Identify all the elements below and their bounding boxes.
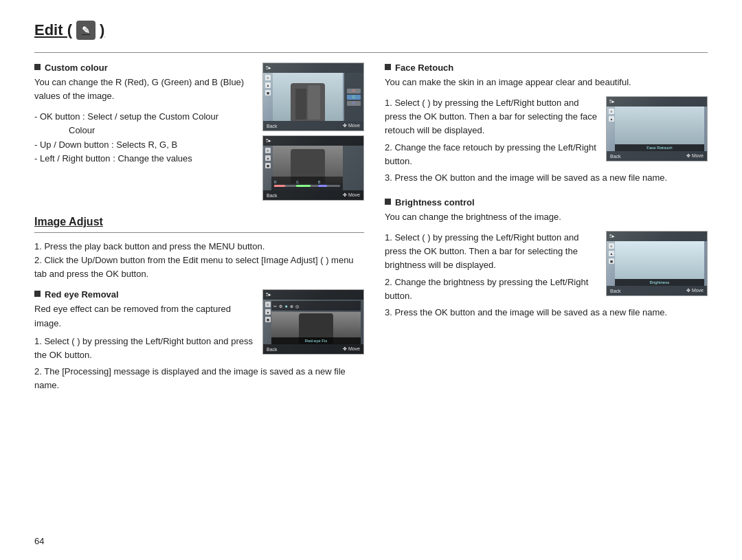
image-adjust-steps: 1. Press the play back button and press … [34,240,364,281]
cam-menu-b: B [347,101,361,106]
move-label-1: Move [348,123,360,128]
cam-top-bar-3: 5▸ [263,290,363,300]
cam-bottom-bar-5: Back ✤ Move [607,286,707,295]
brightness-image: 5▸ ≡ ▲ ◼ Brightness [606,231,708,296]
cam-icon-13: ▲ [609,251,614,256]
cam-icon-10: ≡ [609,109,614,114]
brightness-step-3: 3. Press the OK button and the image wil… [385,306,708,320]
image-adjust-heading: Image Adjust [34,216,364,228]
cam-icon-3: ◼ [265,90,271,96]
cam-side-icons-3: ≡ ▲ ◼ [265,300,271,344]
cam-side-icons: ≡ ▲ ◼ [265,73,271,121]
slider-g: G [296,180,318,187]
title-divider [34,52,708,53]
custom-colour-section: 5▸ ≡ ▲ ◼ [34,63,364,205]
face-retouch-title: Face Retouch [385,63,708,73]
brightness-section: Brightness control You can change the br… [385,197,708,320]
ia-step-2: 2. Click the Up/Down button from the Edi… [34,254,364,281]
bullet-3 [385,64,391,70]
title-paren: ) [100,21,104,39]
move-label-5: Move [692,288,704,293]
rgb-sliders: R G B [271,177,343,190]
ia-step-1: 1. Press the play back button and press … [34,240,364,254]
cam-bottom-bar-4: Back ✤ Move [607,151,707,161]
slider-r: R [274,180,296,187]
red-eye-step-2: 2. The [Processing] message is displayed… [34,365,364,392]
custom-colour-images: 5▸ ≡ ▲ ◼ [262,63,364,201]
cam-top-bar-4: 5▸ [607,97,707,107]
move-label-2: Move [348,192,360,197]
move-label-4: Move [692,153,704,158]
page-number: 64 [34,536,44,546]
face-step-3: 3. Press the OK button and the image wil… [385,171,708,185]
back-label-3: Back [267,347,278,352]
back-label-5: Back [610,289,621,293]
cam-bottom-bar-2: Back ✤ Move [263,190,363,200]
cam-side-icons-5: ≡ ▲ ◼ [608,241,615,286]
cam-icon-12: ≡ [609,243,614,249]
red-eye-heading: Red eye Removal [45,289,119,300]
cam-icon-14: ◼ [609,258,614,264]
cam-icon-1: ≡ [265,75,271,80]
cam-icon-2: ▲ [265,82,271,88]
cam-top-bar: 5▸ [263,63,363,73]
red-eye-title: Red eye Removal [34,289,254,300]
brightness-heading: Brightness control [395,197,475,208]
bullet-1 [34,64,41,70]
cam-bottom-bar-3: Back ✤ Move [263,344,363,354]
cam-icon-11: ▲ [609,116,614,122]
face-retouch-body: You can make the skin in an image appear… [385,76,708,89]
image-adjust-block: Image Adjust 1. Press the play back butt… [34,216,364,392]
cam-side-icons-4: ≡ ▲ [608,107,615,151]
brightness-label-img: Brightness [650,280,669,284]
cam-icon-7: ≡ [265,302,271,307]
slider-b: B [318,180,340,187]
face-retouch-image: 5▸ ≡ ▲ Face Retouch Back [606,96,708,161]
cam-icon-9: ◼ [265,317,271,322]
back-label-2: Back [267,193,278,198]
move-label-3: Move [348,346,360,351]
left-column: 5▸ ≡ ▲ ◼ [34,63,364,392]
cam-menu-g: G [347,95,361,100]
bullet-2 [34,291,41,297]
brightness-title: Brightness control [385,197,708,208]
custom-colour-image-2: 5▸ ≡ ▲ ◼ [262,135,364,201]
edit-icon: ✎ [76,21,95,40]
page-title: Edit ( ✎ ) [34,21,708,40]
main-content: 5▸ ≡ ▲ ◼ [34,63,708,392]
image-adjust-divider [34,232,364,233]
cam-icon-6: ◼ [265,163,271,168]
red-eye-image: 5▸ ≡ ▲ ◼ ✂ ⚙ [262,289,364,355]
back-label-4: Back [610,154,621,159]
cam-top-bar-5: 5▸ [607,232,707,241]
cam-icon-5: ▲ [265,155,271,161]
cam-icon-4: ≡ [265,148,271,153]
red-eye-section: 5▸ ≡ ▲ ◼ ✂ ⚙ [34,289,364,392]
cam-bottom-bar-1: Back ✤ Move [263,121,363,131]
cam-side-icons-2: ≡ ▲ ◼ [265,146,271,190]
brightness-body: You can change the brightness of the ima… [385,210,708,224]
cam-top-bar-2: 5▸ [263,136,363,146]
custom-colour-image-1: 5▸ ≡ ▲ ◼ [262,63,364,131]
cam-menu: R G B [344,73,363,121]
face-retouch-section: Face Retouch You can make the skin in an… [385,63,708,185]
face-retouch-heading: Face Retouch [395,63,453,73]
red-eye-label: Red-eye Fix [305,339,327,343]
custom-colour-heading: Custom colour [45,63,108,73]
cam-icon-8: ▲ [265,309,271,315]
face-retouch-label: Face Retouch [647,146,672,150]
back-label-1: Back [267,124,278,128]
custom-colour-title: Custom colour [34,63,254,73]
cam-menu-r: R [347,89,361,93]
title-text: Edit ( [34,21,72,39]
bullet-4 [385,199,391,205]
right-column: Face Retouch You can make the skin in an… [385,63,708,392]
